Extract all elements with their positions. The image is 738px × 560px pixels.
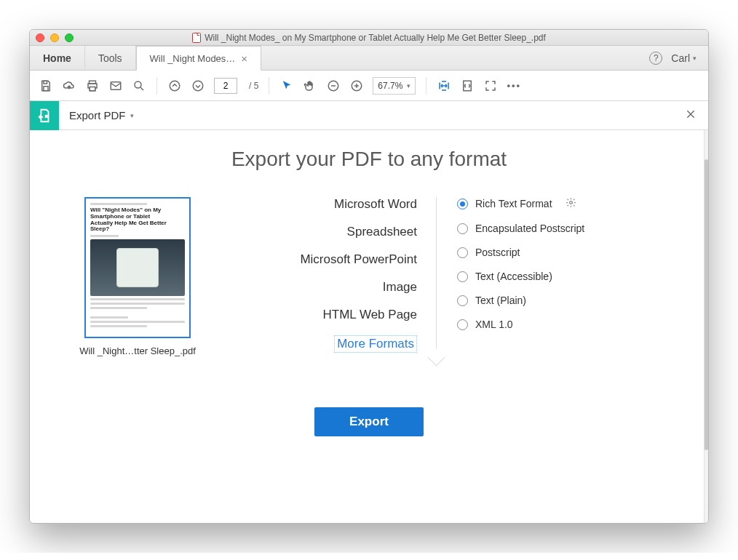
option-text-accessible[interactable]: Text (Accessible) [457, 271, 584, 282]
tab-document-label: Will _Night Modes… [150, 53, 236, 64]
search-icon[interactable] [132, 79, 146, 93]
format-spreadsheet[interactable]: Spreadsheet [347, 225, 417, 239]
window-title: Will _Night Modes_ on My Smartphone or T… [30, 33, 708, 43]
hand-tool-icon[interactable] [303, 79, 317, 93]
export-pdf-bar: Export PDF ▾ [30, 101, 708, 130]
option-postscript[interactable]: Postscript [457, 247, 584, 258]
fullscreen-icon[interactable] [483, 79, 498, 93]
panel-heading: Export your PDF to any format [50, 148, 688, 171]
toolbar: / 5 67.7% ▾ ••• [30, 71, 708, 101]
user-menu[interactable]: Carl ▾ [671, 52, 697, 64]
top-tabs: Home Tools Will _Night Modes… × ? Carl ▾ [30, 46, 708, 71]
zoom-value: 67.7% [378, 81, 402, 91]
minimize-window-button[interactable] [50, 33, 59, 42]
svg-point-7 [170, 81, 180, 91]
zoom-out-icon[interactable] [326, 79, 341, 93]
option-rich-text-format[interactable]: Rich Text Format [457, 197, 584, 210]
tab-tools[interactable]: Tools [85, 46, 136, 70]
page-number-input[interactable] [214, 78, 237, 94]
gear-icon[interactable] [566, 197, 576, 210]
thumb-article-title: Will "Night Modes" on My Smartphone or T… [90, 207, 185, 233]
right-sidebar-scroll[interactable] [704, 130, 708, 523]
print-icon[interactable] [85, 79, 100, 93]
radio-icon [457, 295, 468, 306]
app-window: Will _Night Modes_ on My Smartphone or T… [29, 29, 709, 524]
radio-icon [457, 247, 468, 258]
export-pdf-title[interactable]: Export PDF ▾ [59, 109, 134, 121]
fit-width-icon[interactable] [437, 79, 451, 93]
scrollbar-thumb[interactable] [705, 159, 708, 450]
format-microsoft-powerpoint[interactable]: Microsoft PowerPoint [300, 252, 417, 267]
close-panel-icon[interactable] [685, 108, 708, 122]
fit-page-icon[interactable] [460, 79, 475, 93]
help-icon[interactable]: ? [649, 52, 662, 65]
svg-rect-0 [193, 33, 201, 42]
titlebar: Will _Night Modes_ on My Smartphone or T… [30, 30, 708, 46]
format-image[interactable]: Image [383, 280, 417, 295]
thumbnail-column: Will "Night Modes" on My Smartphone or T… [50, 197, 225, 356]
chevron-down-icon: ▾ [130, 112, 134, 119]
option-text-plain[interactable]: Text (Plain) [457, 295, 584, 306]
cloud-upload-icon[interactable] [62, 79, 76, 93]
option-xml-1-0[interactable]: XML 1.0 [457, 319, 584, 330]
more-tools-icon[interactable]: ••• [507, 80, 521, 91]
chevron-down-icon: ▾ [407, 82, 410, 89]
window-controls [36, 33, 74, 42]
maximize-window-button[interactable] [65, 33, 74, 42]
export-panel: Export your PDF to any format Will "Nigh… [30, 130, 708, 523]
page-up-icon[interactable] [167, 79, 182, 93]
subformat-options: Rich Text Format Encapsulated Postscript… [437, 197, 584, 356]
format-more-formats[interactable]: More Formats [334, 335, 417, 353]
select-tool-icon[interactable] [279, 79, 294, 93]
vertical-divider [436, 197, 437, 356]
svg-rect-1 [44, 81, 47, 84]
svg-point-12 [569, 201, 572, 204]
radio-icon [457, 223, 468, 234]
format-list: Microsoft Word Spreadsheet Microsoft Pow… [225, 197, 436, 356]
option-encapsulated-postscript[interactable]: Encapsulated Postscript [457, 223, 584, 234]
format-html-web-page[interactable]: HTML Web Page [323, 308, 417, 322]
close-window-button[interactable] [36, 33, 44, 42]
svg-rect-2 [44, 86, 48, 90]
save-icon[interactable] [39, 79, 53, 93]
tab-document[interactable]: Will _Night Modes… × [136, 46, 262, 71]
radio-icon [457, 199, 468, 209]
export-pdf-badge-icon [30, 101, 59, 130]
thumbnail-caption: Will _Night…tter Sleep_.pdf [79, 345, 196, 356]
tab-home[interactable]: Home [30, 46, 85, 70]
svg-rect-4 [90, 87, 95, 90]
export-button[interactable]: Export [314, 407, 424, 436]
svg-point-6 [135, 81, 141, 88]
pdf-file-icon [192, 33, 201, 43]
mail-icon[interactable] [108, 79, 123, 93]
zoom-in-icon[interactable] [349, 79, 364, 93]
page-total: / 5 [249, 81, 258, 91]
page-down-icon[interactable] [191, 79, 205, 93]
chevron-down-icon: ▾ [693, 55, 697, 62]
document-thumbnail[interactable]: Will "Night Modes" on My Smartphone or T… [84, 197, 191, 338]
radio-icon [457, 319, 468, 330]
svg-point-8 [193, 81, 203, 91]
user-name: Carl [671, 52, 690, 64]
format-microsoft-word[interactable]: Microsoft Word [334, 197, 417, 212]
radio-icon [457, 271, 468, 282]
zoom-dropdown[interactable]: 67.7% ▾ [373, 77, 416, 95]
tab-close-icon[interactable]: × [241, 53, 247, 64]
